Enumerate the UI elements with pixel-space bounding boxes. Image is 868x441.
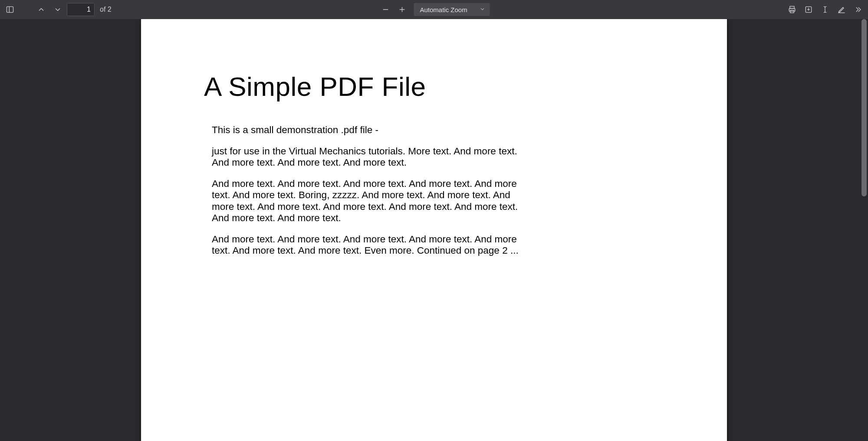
print-button[interactable] [785, 2, 799, 17]
scrollbar-thumb[interactable] [861, 19, 867, 196]
document-viewer[interactable]: A Simple PDF File This is a small demons… [0, 19, 868, 441]
scrollbar-track[interactable] [860, 19, 868, 441]
zoom-in-button[interactable] [395, 2, 410, 17]
download-icon [804, 5, 813, 14]
more-tools-button[interactable] [851, 2, 865, 17]
pdf-page: A Simple PDF File This is a small demons… [141, 19, 727, 441]
text-cursor-icon [821, 5, 829, 14]
plus-icon [398, 5, 407, 14]
page-number-input[interactable] [67, 3, 95, 16]
pencil-icon [837, 5, 846, 14]
svg-rect-0 [7, 7, 13, 12]
prev-page-button[interactable] [34, 2, 49, 17]
document-paragraph: And more text. And more text. And more t… [212, 234, 520, 257]
text-tool-button[interactable] [818, 2, 832, 17]
zoom-out-button[interactable] [378, 2, 393, 17]
document-title: A Simple PDF File [204, 71, 662, 102]
chevron-down-icon [480, 6, 486, 13]
zoom-select[interactable]: Automatic Zoom [414, 3, 490, 16]
toolbar-right-group [785, 2, 865, 17]
document-paragraph: just for use in the Virtual Mechanics tu… [212, 146, 520, 169]
next-page-button[interactable] [50, 2, 65, 17]
document-paragraph: This is a small demonstration .pdf file … [212, 124, 520, 136]
chevron-up-icon [37, 5, 46, 14]
document-paragraph: And more text. And more text. And more t… [212, 178, 520, 224]
sidebar-icon [6, 5, 14, 14]
svg-rect-5 [790, 7, 794, 9]
page-count-label: of 2 [100, 6, 112, 13]
draw-tool-button[interactable] [834, 2, 849, 17]
toolbar-center-group: Automatic Zoom [378, 2, 490, 17]
toolbar-left-group: of 2 [3, 2, 112, 17]
toolbar: of 2 Automatic Zoom [0, 0, 868, 19]
chevrons-right-icon [854, 5, 862, 14]
chevron-down-icon [53, 5, 62, 14]
save-button[interactable] [801, 2, 816, 17]
minus-icon [381, 5, 390, 14]
print-icon [788, 5, 796, 14]
zoom-select-label: Automatic Zoom [420, 6, 467, 13]
sidebar-toggle-button[interactable] [3, 2, 17, 17]
